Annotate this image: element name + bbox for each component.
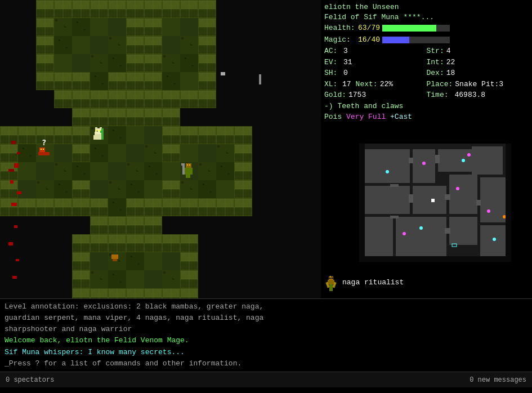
svg-rect-12 (480, 225, 506, 256)
svg-rect-14 (435, 155, 440, 163)
svg-point-28 (462, 159, 465, 162)
str-label: Str: (427, 46, 444, 57)
svg-rect-8 (365, 217, 393, 256)
place-col: Place: Snake Pit:3 Time: 46983.8 (427, 79, 529, 101)
message-log: Level annotation: exclusions: 2 black ma… (0, 298, 532, 366)
svg-point-30 (493, 238, 496, 241)
game-viewport (0, 0, 321, 298)
svg-point-42 (332, 278, 333, 279)
ev-label: EV: (324, 57, 341, 68)
dungeon-canvas (0, 0, 321, 298)
int-label: Int: (427, 57, 444, 68)
msg-5: Sif Muna whispers: I know many secrets..… (5, 347, 527, 358)
svg-rect-2 (413, 149, 435, 183)
stats-col-right: Str: 4 Int: 22 Dex: 18 (427, 46, 529, 79)
magic-bar-container (382, 37, 450, 43)
next-value: 22% (380, 79, 393, 90)
next-label: Next: (356, 79, 378, 90)
svg-rect-5 (365, 186, 410, 214)
svg-rect-1 (365, 149, 410, 183)
monster-name: naga ritualist (342, 278, 404, 287)
svg-rect-34 (506, 144, 511, 262)
svg-rect-43 (330, 276, 331, 278)
str-value: 4 (446, 46, 451, 57)
monster-icon (324, 275, 338, 289)
svg-rect-6 (413, 186, 446, 214)
svg-rect-37 (328, 280, 334, 284)
messages-count: 0 new messages (470, 376, 526, 384)
svg-rect-7 (449, 175, 477, 214)
sh-label: SH: (324, 68, 341, 79)
magic-value: 16/40 (358, 34, 380, 46)
svg-point-29 (419, 226, 423, 230)
gold-row: Gold: 1753 (324, 90, 427, 101)
place-label: Place: (427, 79, 453, 90)
ev-row: EV: 31 (324, 57, 427, 68)
msg-4: Welcome back, eliotn the Felid Venom Mag… (5, 335, 527, 346)
cast-label: +Cast (390, 113, 412, 121)
time-row: Time: 46983.8 (427, 90, 529, 101)
place-row: Place: Snake Pit:3 (427, 79, 529, 90)
xl-row: XL: 17 Next: 22% (324, 79, 427, 90)
svg-point-26 (487, 209, 490, 213)
svg-rect-4 (472, 146, 503, 175)
bottom-bar: 0 spectators 0 new messages (0, 372, 532, 387)
msg-6: _Press ? for a list of commands and othe… (5, 358, 527, 369)
int-row: Int: 22 (427, 57, 529, 68)
svg-rect-11 (480, 177, 506, 222)
svg-rect-21 (431, 199, 435, 202)
status-line: Pois Very Full +Cast (324, 111, 529, 123)
health-label: Health: (324, 23, 358, 34)
svg-rect-33 (359, 144, 365, 262)
msg-1: Level annotation: exclusions: 2 black ma… (5, 301, 527, 312)
sh-value: 0 (343, 68, 348, 79)
health-bar-container (382, 25, 450, 32)
xl-value: 17 (342, 79, 351, 90)
gold-value: 1753 (348, 90, 366, 101)
magic-bar (382, 37, 409, 43)
ac-label: AC: (324, 46, 341, 57)
spectators-count: 0 spectators (6, 376, 54, 384)
minimap (359, 144, 511, 262)
place-value: Snake Pit:3 (455, 79, 503, 90)
time-label: Time: (427, 90, 453, 101)
health-row: Health: 63/79 (324, 23, 529, 34)
svg-rect-15 (390, 184, 399, 187)
weapon-line: -) Teeth and claws (324, 101, 529, 112)
dex-row: Dex: 18 (427, 68, 529, 79)
health-bar (382, 25, 436, 32)
stats-grid-2: XL: 17 Next: 22% Gold: 1753 Place: Snake… (324, 79, 529, 101)
svg-rect-18 (390, 216, 399, 218)
magic-label: Magic: (324, 34, 358, 46)
xl-col: XL: 17 Next: 22% Gold: 1753 (324, 79, 427, 101)
str-row: Str: 4 (427, 46, 529, 57)
character-title: Felid of Sif Muna ****... (324, 12, 529, 23)
ac-value: 3 (343, 46, 348, 57)
character-name: eliotn the Unseen (324, 2, 529, 12)
magic-row: Magic: 16/40 (324, 34, 529, 46)
sh-row: SH: 0 (324, 68, 427, 79)
svg-point-23 (467, 153, 471, 157)
stats-grid-1: AC: 3 EV: 31 SH: 0 Str: 4 Int: 22 Dex: (324, 46, 529, 79)
stats-col-left: AC: 3 EV: 31 SH: 0 (324, 46, 427, 79)
health-value: 63/79 (358, 23, 380, 34)
svg-rect-17 (445, 194, 450, 200)
pois-label: Pois (324, 113, 342, 121)
svg-point-22 (422, 162, 426, 165)
gold-label: Gold: (324, 90, 346, 101)
svg-rect-10 (449, 217, 477, 245)
svg-rect-13 (409, 158, 413, 163)
dex-label: Dex: (427, 68, 444, 79)
svg-point-27 (386, 170, 389, 173)
svg-point-24 (456, 187, 459, 190)
minimap-svg (359, 144, 511, 262)
dex-value: 18 (446, 68, 455, 79)
svg-rect-20 (476, 200, 481, 206)
ev-value: 31 (343, 57, 352, 68)
svg-rect-16 (409, 194, 413, 203)
msg-2: guardian serpent, mana viper, 4 nagas, n… (5, 312, 527, 324)
svg-rect-3 (438, 149, 472, 172)
int-value: 22 (446, 57, 455, 68)
pois-full-label: Very Full (346, 113, 386, 121)
msg-3: sharpshooter and naga warrior (5, 324, 527, 335)
